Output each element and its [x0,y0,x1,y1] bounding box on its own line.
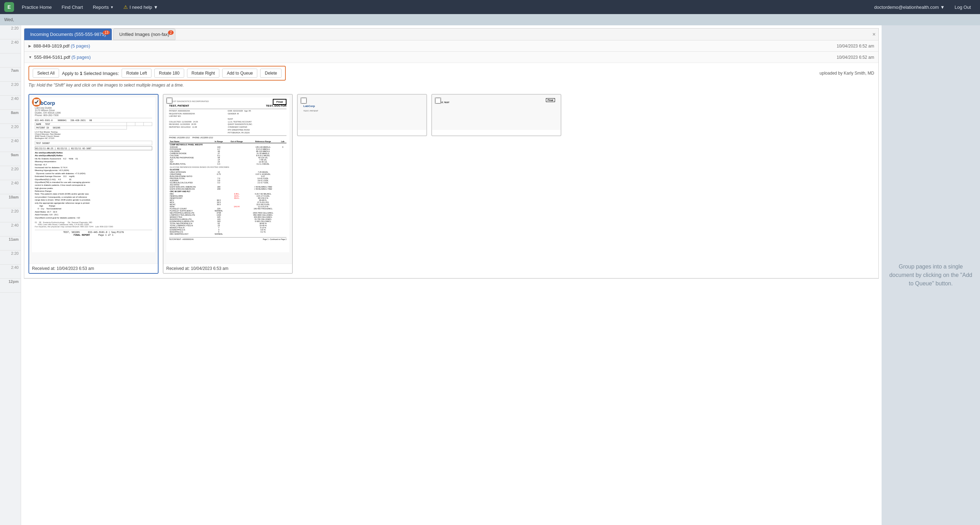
image-card-3[interactable]: LabCorp TEST, PATIENT [297,94,427,136]
labcorp-footer-info: 01 08 Easteria Endocrinology Dir: Samuel… [35,221,152,228]
med-document-2: QUEST DIAGNOSTICS INCORPORATED Final TES… [166,97,289,252]
help-dropdown-arrow: ▼ [154,5,158,10]
doc-2-date: 10/04/2023 6:52 am [837,55,874,60]
image-1-checkbox-container [32,97,41,107]
labcorp-document-1: LabCorp LabCorp Dublin3170 Wilson DriveD… [32,97,155,252]
time-slot-4: 7am [0,67,21,81]
close-button[interactable]: × [872,31,876,38]
logout-button[interactable]: Log Out [950,5,976,10]
image-1-checkbox[interactable] [34,99,39,105]
image-card-4[interactable]: Final TEST, TEST [431,94,562,136]
time-slot-5: 2:20 [0,81,21,96]
action-toolbar: Select All Apply to 1 Selected Images: R… [29,66,286,81]
nav-right-section: doctordemo@elationhealth.com ▼ Log Out [869,5,976,10]
report-status-box: Final [228,100,286,104]
nav-practice-home[interactable]: Practice Home [17,0,57,14]
unfiled-images-badge: 2 [168,30,173,35]
doctor-name-header: TEST, DOCTOR [228,104,286,107]
document-group-2-expanded: Select All Apply to 1 Selected Images: R… [24,63,878,278]
labcorp-ordering: LCA Test Master Testing Cheryl Moonier-T… [35,131,152,139]
document-group-2-header[interactable]: ▼ 555-894-5161.pdf (5 pages) 10/04/2023 … [24,52,878,63]
time-slot-13: 10am [0,194,21,208]
labcorp-logo: LabCorp [35,100,152,106]
image-4-checkbox-container [435,97,441,104]
sidebar-hint: Group pages into a single document by cl… [889,263,973,288]
rotate-180-button[interactable]: Rotate 180 [154,69,184,78]
tab-unfiled-images[interactable]: Unfiled Images (non-fax) 2 [113,29,175,40]
document-panel: Incoming Documents (555-555-9875) 13 Unf… [24,28,879,279]
select-all-button[interactable]: Select All [33,69,59,78]
user-email[interactable]: doctordemo@elationhealth.com ▼ [869,5,950,10]
delete-button[interactable]: Delete [260,69,282,78]
chevron-right-icon: ▶ [29,44,31,48]
current-date: Wed, [4,17,14,22]
time-slot-3 [0,53,21,67]
tip-text: Tip: Hold the "Shift" key and click on t… [29,81,874,90]
nav-reports[interactable]: Reports ▼ [88,0,118,14]
image-card-4-inner: Final TEST, TEST [432,95,561,130]
app-logo: E [4,2,14,12]
apply-label: Apply to 1 Selected Images: [62,71,119,76]
main-content: Incoming Documents (555-555-9875) 13 Unf… [21,26,881,525]
image-3-checkbox[interactable] [301,98,307,104]
time-slot-17: 2:20 [0,251,21,265]
image-card-3-inner: LabCorp TEST, PATIENT [298,95,426,130]
image-card-1[interactable]: LabCorp LabCorp Dublin3170 Wilson DriveD… [29,94,159,274]
uploaded-by: uploaded by Karly Smith, MD [820,69,874,77]
tab-incoming-documents[interactable]: Incoming Documents (555-555-9875) 13 [24,29,112,40]
time-slot-6: 2:40 [0,96,21,110]
image-1-checkbox-circle[interactable] [32,97,41,107]
document-group-1-header[interactable]: ▶ 888-849-1819.pdf (5 pages) 10/04/2023 … [24,40,878,51]
time-slot-11: 2:20 [0,166,21,180]
image-card-1-inner: LabCorp LabCorp Dublin3170 Wilson DriveD… [29,95,158,263]
time-slot-8: 2:20 [0,124,21,138]
report-results-table: Test Name In Range Out of Range Referenc… [169,140,286,235]
nav-i-need-help[interactable]: ⚠ I need help ▼ [118,0,163,14]
time-slot-16: 11am [0,236,21,251]
doc-1-pages: (5 pages) [71,43,90,49]
labcorp-ids: 033-445-9101-0 9000041 336-428-2631 08 [35,118,152,121]
image-4-checkbox[interactable] [435,98,441,104]
add-to-queue-button[interactable]: Add to Queue [222,69,257,78]
reports-dropdown-arrow: ▼ [110,5,113,9]
image-2-checkbox[interactable] [167,98,172,104]
document-tabs: Incoming Documents (555-555-9875) 13 Unf… [24,29,878,40]
nav-find-chart[interactable]: Find Chart [57,0,88,14]
labcorp-date-bar: 02/22/11-08:25 | 02/22/11 | 02/22/11 02-… [35,146,152,150]
labcorp-patient-info: NAME TEST PATIENT ID 503205 [35,122,152,129]
chevron-down-icon: ▼ [29,55,32,59]
time-slot-2: 2:40 [0,40,21,53]
image-4-checkbox-plain[interactable] [435,97,441,104]
image-2-checkbox-plain[interactable] [166,97,173,104]
time-slot-1: 2:20 [0,26,21,40]
right-sidebar: Group pages into a single document by cl… [881,26,980,525]
image-card-2[interactable]: QUEST DIAGNOSTICS INCORPORATED Final TES… [163,94,293,274]
report-page-footer: TEST,PATIENT - A000000024A Page 1 - Cont… [169,237,286,240]
doc-2-pages: (5 pages) [72,54,91,60]
labcorp-test-id: TEST 503087 [35,141,152,145]
doc-2-title: 555-894-5161.pdf (5 pages) [34,54,91,60]
rotate-left-button[interactable]: Rotate Left [122,69,151,78]
doc-1-date: 10/04/2023 6:52 am [837,44,874,49]
second-bar: Wed, [0,14,980,26]
time-slot-15: 2:40 [0,222,21,236]
report-phone-info: PHONE: (412)555-1212 PHONE: (412)555-121… [169,136,286,139]
top-navigation: E Practice Home Find Chart Reports ▼ ⚠ I… [0,0,980,14]
warning-icon: ⚠ [123,4,128,10]
time-slot-18: 2:40 [0,265,21,279]
report-patient-details: PATIENT: A000000024A REQUISITION: A00000… [169,109,286,134]
rotate-right-button[interactable]: Rotate Right [187,69,220,78]
time-slot-14: 2:20 [0,208,21,222]
email-dropdown-arrow: ▼ [940,5,945,10]
labcorp-results: Alc w/eGlycoMark(R) Reflex Alc w/eGlycoM… [35,151,152,219]
incoming-docs-badge: 13 [103,30,110,35]
image-3-checkbox-plain[interactable] [301,97,307,104]
time-slot-19: 12pm [0,279,21,293]
image-4-preview: Final TEST, TEST [435,97,558,105]
labcorp-address: LabCorp Dublin3170 Wilson DriveDublin, O… [35,107,152,116]
image-card-2-inner: QUEST DIAGNOSTICS INCORPORATED Final TES… [164,95,292,263]
left-sidebar: 2:20 2:40 7am 2:20 2:40 8am 2:20 2:40 9a… [0,26,21,525]
image-2-checkbox-container [166,97,173,104]
main-layout: 2:20 2:40 7am 2:20 2:40 8am 2:20 2:40 9a… [0,26,980,525]
time-slot-9: 2:40 [0,138,21,152]
